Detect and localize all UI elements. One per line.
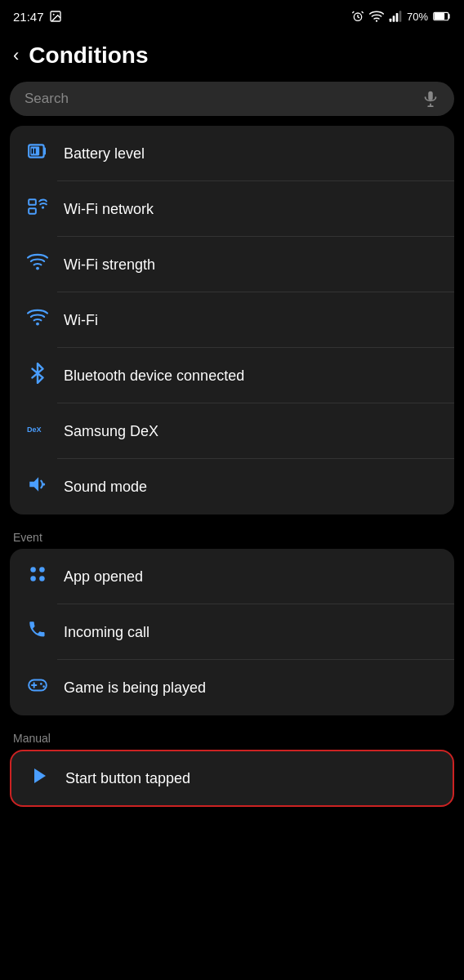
svg-rect-19 [29, 199, 36, 205]
status-bar: 21:47 70% [0, 0, 464, 33]
wifi-network-label: Wi-Fi network [64, 201, 154, 218]
list-item-battery-level[interactable]: Battery level [10, 126, 454, 181]
bluetooth-label: Bluetooth device connected [64, 368, 244, 385]
gamepad-icon [26, 675, 49, 701]
svg-rect-9 [399, 11, 402, 21]
list-item-wifi-strength[interactable]: Wi-Fi strength [10, 237, 454, 292]
svg-rect-7 [393, 16, 395, 21]
apps-icon [26, 564, 49, 590]
play-icon [28, 766, 51, 791]
incoming-call-label: Incoming call [64, 624, 149, 641]
list-item-wifi-network[interactable]: Wi-Fi network [10, 181, 454, 237]
svg-rect-12 [428, 91, 433, 100]
wifi-network-icon [26, 196, 49, 222]
time-display: 21:47 [13, 10, 44, 24]
wifi-icon [26, 307, 49, 333]
wifi-strength-icon [26, 252, 49, 278]
svg-rect-8 [396, 13, 399, 22]
back-button[interactable]: ‹ [13, 45, 19, 66]
svg-rect-20 [29, 208, 36, 213]
svg-marker-25 [29, 477, 38, 491]
dex-icon: DeX [26, 418, 49, 444]
alarm-icon [351, 10, 364, 23]
list-item-incoming-call[interactable]: Incoming call [10, 604, 454, 660]
list-item-wifi[interactable]: Wi-Fi [10, 292, 454, 348]
svg-text:DeX: DeX [27, 425, 42, 434]
wifi-label: Wi-Fi [64, 312, 98, 329]
battery-icon [26, 140, 49, 167]
svg-point-28 [39, 567, 44, 572]
wifi-status-icon [369, 10, 384, 23]
manual-section-label: Manual [0, 725, 464, 750]
wifi-strength-label: Wi-Fi strength [64, 256, 155, 274]
sound-icon [26, 474, 49, 500]
svg-point-5 [376, 20, 377, 22]
list-item-samsung-dex[interactable]: DeX Samsung DeX [10, 403, 454, 459]
search-container: Search [10, 82, 454, 116]
status-right: 70% [351, 10, 451, 23]
list-item-game-played[interactable]: Game is being played [10, 660, 454, 715]
game-played-label: Game is being played [64, 679, 206, 697]
list-item-app-opened[interactable]: App opened [10, 549, 454, 604]
phone-icon [26, 619, 49, 645]
list-item-sound-mode[interactable]: Sound mode [10, 459, 454, 514]
gallery-icon [49, 10, 62, 23]
battery-display: 70% [407, 11, 428, 23]
battery-level-label: Battery level [64, 145, 145, 163]
page-title: Conditions [29, 42, 148, 69]
svg-point-23 [36, 323, 39, 326]
conditions-card: Battery level Wi-Fi network Wi-Fi streng… [10, 126, 454, 514]
battery-status-icon [433, 11, 451, 22]
svg-point-29 [30, 576, 36, 581]
svg-point-30 [39, 576, 44, 581]
svg-marker-36 [34, 768, 46, 783]
manual-card: Start button tapped [10, 750, 454, 807]
svg-point-26 [42, 483, 45, 485]
bluetooth-icon [26, 363, 49, 389]
svg-point-21 [42, 206, 44, 208]
mic-icon[interactable] [422, 90, 439, 108]
svg-point-1 [52, 14, 54, 16]
search-placeholder-text: Search [25, 91, 413, 107]
svg-point-35 [42, 685, 45, 688]
signal-icon [389, 10, 402, 23]
status-left: 21:47 [13, 10, 62, 24]
search-bar[interactable]: Search [10, 82, 454, 116]
svg-rect-11 [435, 13, 445, 20]
svg-rect-6 [390, 19, 392, 22]
page-header: ‹ Conditions [0, 33, 464, 82]
svg-line-3 [352, 11, 354, 13]
svg-line-4 [362, 11, 364, 13]
samsung-dex-label: Samsung DeX [64, 423, 158, 440]
list-item-start-button[interactable]: Start button tapped [11, 751, 453, 805]
svg-point-22 [36, 267, 39, 270]
svg-point-34 [40, 683, 42, 685]
svg-point-27 [30, 567, 36, 572]
start-button-label: Start button tapped [65, 770, 190, 787]
event-card: App opened Incoming call Game is being p… [10, 549, 454, 715]
list-item-bluetooth[interactable]: Bluetooth device connected [10, 348, 454, 403]
sound-mode-label: Sound mode [64, 479, 147, 496]
app-opened-label: App opened [64, 568, 143, 586]
event-section-label: Event [0, 524, 464, 549]
